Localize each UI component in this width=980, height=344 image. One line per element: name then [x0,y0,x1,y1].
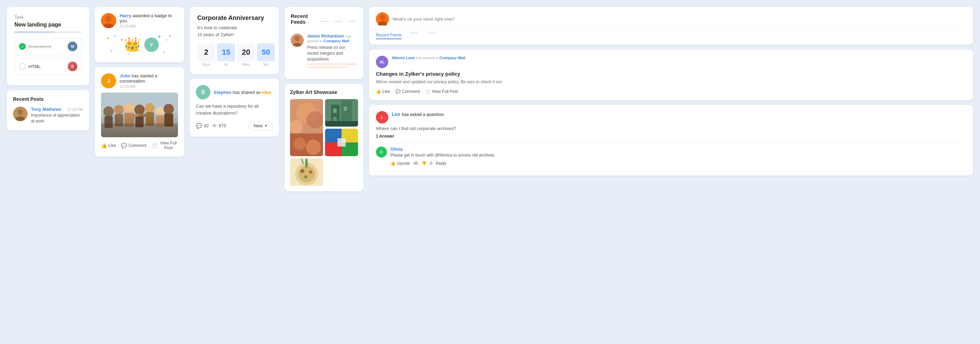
mind-tab-indicator [428,33,436,34]
count-mins-num: 20 [237,43,255,61]
idea-view-stat: 👁 875 [212,123,226,129]
policy-comment-button[interactable]: 💬 Comment [396,89,420,94]
anniversary-text: It's time to celebrate10 years of Zylker… [197,24,272,38]
svg-point-29 [156,107,165,116]
svg-point-8 [121,39,123,41]
svg-rect-18 [101,93,178,137]
like-label: Like [108,143,116,148]
recent-posts-card: Recent Posts Tony Mathews 11:20 PM Impor… [7,90,89,130]
like-button[interactable]: 👍 Like [101,141,116,150]
policy-like-button[interactable]: 👍 Like [376,89,390,94]
column-1: Task New landing page ✓ Illustrations M … [7,7,89,130]
svg-rect-12 [111,50,112,52]
idea-view-count: 875 [218,123,226,128]
post-item: Tony Mathews 11:20 PM Importance of appr… [13,107,83,124]
task-card: Task New landing page ✓ Illustrations M … [7,7,89,85]
feeds-title: Recent Feeds [291,13,319,25]
comment-icon: 💬 [396,89,401,94]
policy-view-button[interactable]: 📄 View Full Post [425,89,458,94]
qa-question-text: Where can I find old corporate archives? [376,126,966,132]
badge-user-avatar [101,13,116,28]
task-check-icon: ✓ [19,43,26,50]
post-avatar [13,107,27,121]
idea-message: Stephen has shared an Idea [214,90,271,95]
mind-tab-recent-feeds[interactable]: Recent Feeds [376,33,402,39]
svg-point-27 [145,103,154,113]
policy-user-avatar: AL [376,56,388,68]
like-icon: 👍 [101,143,107,148]
svg-point-44 [293,138,306,150]
downvote-button[interactable]: 👎 [421,161,426,166]
task-name: New landing page [14,22,82,28]
count-sec-label: Sec [257,62,275,66]
new-button[interactable]: New ▼ [248,121,273,130]
svg-point-6 [107,37,109,39]
new-button-label: New [254,123,262,128]
task-item[interactable]: HTML S [14,58,82,75]
badge-text-block: Harry awarded a badge to you. 11:25 AM [119,13,178,28]
answer-item: O Olivia Please get in touch with @Monic… [376,147,966,166]
svg-point-25 [134,105,145,115]
post-text: Importance of appreciation at work [31,112,83,124]
svg-point-4 [105,16,112,22]
svg-rect-51 [344,107,347,111]
task-label: Task [14,14,82,19]
conv-text-block: John has started a conversation. 11:28 A… [119,73,178,88]
mind-input[interactable] [392,16,966,22]
svg-point-23 [124,102,135,114]
upvote-icon: 👍 [390,161,396,166]
task-item-left: HTML [19,63,41,70]
badge-user-name: Harry [119,13,131,18]
svg-rect-26 [135,114,144,127]
svg-rect-28 [146,112,154,126]
svg-rect-35 [101,123,178,137]
count-days-label: Days [197,62,215,66]
idea-comment-stat: 💬 92 [196,123,208,129]
count-sec-num: 50 [257,43,275,61]
count-mins: 20 Mins [237,43,255,66]
comment-button[interactable]: 💬 Comment [121,141,146,150]
downvote-icon: 👎 [421,161,426,166]
svg-point-42 [307,111,323,128]
chevron-down-icon: ▼ [264,124,268,128]
comment-label: Comment [129,143,146,148]
answer-text: Please get in touch with @Monica to acce… [390,152,495,158]
idea-tag: Idea [262,90,271,95]
feed-description: Press release on our recent mergers and … [307,45,357,62]
qa-header-text: Leo has asked a question. [392,111,445,117]
like-icon: 👍 [376,89,381,94]
task-progress-fill [14,31,55,33]
column-2: Harry awarded a badge to you. 11:25 AM [95,7,184,157]
badge-header: Harry awarded a badge to you. 11:25 AM [101,13,178,28]
post-time: 11:20 PM [67,107,83,112]
qa-asker-name: Leo [392,112,400,117]
eye-icon: 👁 [212,123,217,129]
svg-rect-52 [333,117,337,121]
task-item[interactable]: ✓ Illustrations M [14,38,82,55]
svg-point-68 [380,14,385,20]
svg-point-7 [114,35,115,37]
upvote-count: 45 [414,161,418,166]
feed-bar-1 [307,63,357,65]
upvote-button[interactable]: 👍 Upvote [390,161,410,166]
view-full-post-button[interactable]: 📄 View Full Post [151,141,178,150]
reply-button[interactable]: Reply [436,161,446,166]
badge-crown-icon: 👑 [124,37,141,53]
policy-meta-block: Alberto Lane has posted in Company Wall [392,56,465,60]
anniversary-title: Corporate Anniversary [197,14,272,22]
comment-bubble-icon: 💬 [196,123,202,129]
feed-wall-name: Company Wall [324,39,350,43]
upvote-label: Upvote [397,161,410,166]
svg-point-61 [298,166,315,182]
svg-point-37 [294,36,300,41]
feeds-tab-indicator [348,21,356,22]
feeds-tab-lines [319,21,357,22]
policy-text: We've revised and updated our privacy po… [376,79,966,85]
view-label: View Full Post [159,141,178,150]
badge-time: 11:25 AM [119,24,178,28]
svg-rect-30 [156,115,164,127]
post-content: Tony Mathews 11:20 PM Importance of appr… [31,107,83,124]
svg-point-31 [164,104,174,114]
conv-image [101,93,178,137]
svg-line-34 [140,115,150,116]
